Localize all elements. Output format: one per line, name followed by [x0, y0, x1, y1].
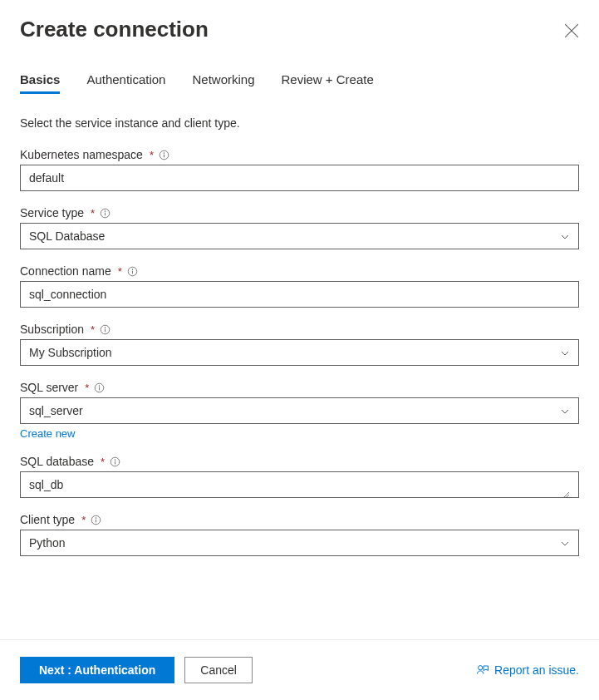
svg-point-12: [105, 327, 106, 328]
svg-point-23: [96, 517, 96, 518]
subscription-select[interactable]: My Subscription: [20, 339, 579, 366]
info-icon[interactable]: [127, 266, 138, 277]
next-button[interactable]: Next : Authentication: [20, 657, 174, 683]
required-indicator: *: [150, 149, 154, 161]
tab-networking[interactable]: Networking: [192, 72, 254, 93]
info-icon[interactable]: [100, 324, 110, 335]
svg-line-21: [567, 495, 569, 497]
tab-basics[interactable]: Basics: [20, 72, 60, 93]
info-icon[interactable]: [91, 515, 101, 525]
svg-point-3: [164, 152, 164, 153]
info-icon[interactable]: [94, 382, 105, 393]
resize-handle-icon[interactable]: [562, 487, 570, 495]
report-issue-link[interactable]: Report an issue.: [476, 663, 579, 677]
subscription-value: My Subscription: [29, 346, 112, 359]
required-indicator: *: [85, 382, 89, 394]
subscription-label: Subscription: [20, 323, 84, 336]
required-indicator: *: [91, 323, 95, 336]
chevron-down-icon: [560, 406, 570, 416]
tab-bar: Basics Authentication Networking Review …: [20, 72, 579, 93]
required-indicator: *: [118, 265, 122, 278]
report-issue-text: Report an issue.: [494, 663, 579, 677]
info-icon[interactable]: [100, 208, 110, 219]
sql-database-input-wrapper[interactable]: sql_db: [20, 471, 579, 498]
feedback-icon: [476, 663, 489, 677]
namespace-input-wrapper: [20, 165, 579, 191]
service-type-label: Service type: [20, 206, 84, 219]
sql-database-value: sql_db: [29, 478, 63, 491]
sql-server-value: sql_server: [29, 404, 83, 417]
info-icon[interactable]: [159, 150, 169, 160]
service-type-value: SQL Database: [29, 229, 105, 243]
service-type-select[interactable]: SQL Database: [20, 223, 579, 249]
svg-point-9: [132, 269, 133, 269]
sql-server-select[interactable]: sql_server: [20, 397, 579, 424]
svg-point-6: [105, 210, 106, 211]
intro-text: Select the service instance and client t…: [20, 116, 579, 130]
namespace-label: Kubernetes namespace: [20, 148, 143, 161]
connection-name-input[interactable]: [29, 282, 570, 307]
svg-line-20: [564, 492, 569, 497]
namespace-input[interactable]: [29, 165, 570, 190]
connection-name-label: Connection name: [20, 264, 111, 278]
close-icon[interactable]: [564, 23, 579, 38]
required-indicator: *: [81, 514, 86, 526]
tab-authentication[interactable]: Authentication: [86, 72, 165, 93]
chevron-down-icon: [560, 231, 570, 241]
client-type-label: Client type: [20, 513, 75, 526]
svg-point-18: [115, 459, 115, 460]
sql-server-label: SQL server: [20, 381, 78, 394]
info-icon[interactable]: [110, 456, 120, 467]
sql-database-label: SQL database: [20, 455, 94, 468]
chevron-down-icon: [560, 538, 570, 548]
client-type-value: Python: [29, 536, 66, 550]
create-new-link[interactable]: Create new: [20, 427, 75, 440]
page-title: Create connection: [20, 17, 209, 42]
connection-name-input-wrapper: [20, 281, 579, 308]
chevron-down-icon: [560, 348, 570, 357]
required-indicator: *: [91, 207, 95, 219]
tab-review-create[interactable]: Review + Create: [281, 72, 373, 93]
required-indicator: *: [101, 456, 105, 468]
svg-point-25: [479, 666, 483, 670]
svg-point-15: [99, 385, 100, 386]
client-type-select[interactable]: Python: [20, 530, 579, 556]
cancel-button[interactable]: Cancel: [184, 657, 253, 683]
